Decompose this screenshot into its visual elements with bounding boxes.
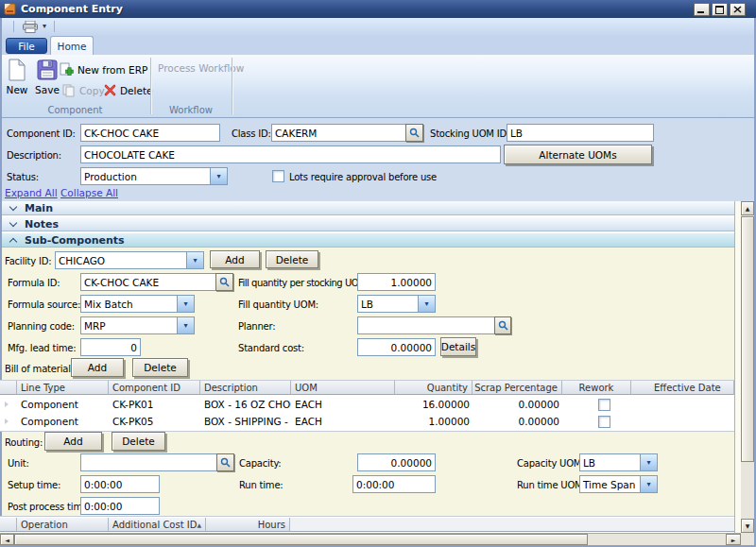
- planner-input[interactable]: [357, 316, 495, 334]
- bom-header-selector: [0, 381, 17, 395]
- tab-home[interactable]: Home: [50, 36, 94, 55]
- facility-delete-button[interactable]: Delete: [266, 250, 318, 268]
- mfg-lead-time-label: Mfg. lead time:: [8, 343, 76, 353]
- additional-cost-id-label: Additional Cost ID: [112, 520, 197, 530]
- chevron-down-icon[interactable]: ▾: [640, 454, 657, 470]
- bom-header-effective-date[interactable]: Effective Date: [631, 381, 734, 395]
- capacity-input[interactable]: [357, 453, 436, 471]
- routing-label: Routing:: [5, 437, 43, 448]
- operations-header-additional-cost-id[interactable]: Additional Cost ID ▲: [109, 518, 206, 532]
- chevron-down-icon[interactable]: ▾: [186, 252, 203, 268]
- minimize-button[interactable]: [694, 3, 710, 16]
- class-id-input[interactable]: [271, 124, 406, 142]
- print-button[interactable]: [19, 20, 42, 34]
- fill-qty-label: Fill quantity per stocking UOM:: [238, 278, 369, 288]
- routing-delete-button[interactable]: Delete: [112, 432, 165, 451]
- run-time-uom-select[interactable]: Time Span ▾: [579, 475, 658, 493]
- stocking-uom-input[interactable]: [507, 124, 654, 142]
- facility-id-select[interactable]: CHICAGO ▾: [55, 251, 204, 269]
- fill-qty-input[interactable]: [357, 273, 436, 291]
- rework-checkbox[interactable]: [598, 399, 610, 411]
- sort-asc-icon: ▲: [197, 521, 201, 528]
- status-select[interactable]: Production ▾: [80, 167, 228, 185]
- bom-header-uom[interactable]: UOM: [291, 381, 395, 395]
- magnifier-icon: [409, 128, 420, 138]
- details-button[interactable]: Details: [440, 337, 476, 356]
- magnifier-icon: [498, 320, 508, 331]
- section-main[interactable]: Main: [2, 201, 741, 215]
- bom-header-description[interactable]: Description: [200, 381, 291, 395]
- component-id-input[interactable]: [80, 124, 220, 142]
- chevron-down-icon[interactable]: ▾: [640, 476, 657, 492]
- class-id-label: Class ID:: [232, 128, 271, 139]
- bom-cell-line-type: Component: [21, 399, 106, 410]
- run-time-input[interactable]: [352, 475, 436, 493]
- tab-file-label: File: [18, 41, 35, 52]
- tab-file[interactable]: File: [6, 38, 47, 54]
- chevron-up-icon: [9, 237, 17, 245]
- save-button[interactable]: Save: [32, 59, 62, 95]
- table-row[interactable]: Component CK-PK01 BOX - 16 OZ CHOCOLA EA…: [0, 396, 734, 413]
- vertical-scroll-thumb[interactable]: [741, 216, 754, 462]
- expand-all-link[interactable]: Expand All: [5, 187, 58, 198]
- operations-header-hours[interactable]: Hours: [206, 518, 290, 532]
- formula-source-select[interactable]: Mix Batch ▾: [80, 295, 195, 313]
- planning-code-label: Planning code:: [8, 321, 75, 332]
- maximize-button[interactable]: [712, 3, 728, 16]
- unit-input[interactable]: [80, 453, 217, 471]
- bom-add-button[interactable]: Add: [71, 358, 124, 377]
- collapse-all-link[interactable]: Collapse All: [60, 187, 118, 198]
- setup-time-input[interactable]: [80, 475, 160, 493]
- chevron-down-icon[interactable]: ▾: [210, 168, 227, 184]
- bom-header-line-type[interactable]: Line Type: [17, 381, 109, 395]
- facility-add-button[interactable]: Add: [210, 250, 260, 268]
- alternate-uoms-button[interactable]: Alternate UOMs: [504, 145, 652, 164]
- horizontal-scroll-thumb[interactable]: [14, 534, 588, 545]
- chevron-down-icon[interactable]: ▾: [418, 296, 435, 312]
- scroll-down-button[interactable]: ▼: [741, 519, 754, 533]
- qat-dropdown-icon[interactable]: ▾: [43, 22, 46, 30]
- bom-cell-line-type: Component: [21, 416, 106, 427]
- section-notes[interactable]: Notes: [2, 217, 741, 231]
- facility-id-value: CHICAGO: [56, 255, 186, 266]
- description-input[interactable]: [80, 145, 501, 163]
- rework-checkbox[interactable]: [598, 416, 610, 428]
- bom-header-quantity[interactable]: Quantity: [395, 381, 472, 395]
- scroll-left-button[interactable]: ◄: [0, 534, 14, 545]
- chevron-down-icon[interactable]: ▾: [177, 317, 194, 333]
- delete-button[interactable]: Delete: [104, 84, 153, 96]
- mfg-lead-time-input[interactable]: [80, 338, 141, 356]
- bom-delete-button[interactable]: Delete: [132, 358, 188, 377]
- fill-uom-select[interactable]: LB ▾: [357, 295, 436, 313]
- class-id-lookup-button[interactable]: [405, 124, 423, 142]
- operations-header-operation[interactable]: Operation: [17, 518, 109, 532]
- planner-lookup-button[interactable]: [494, 316, 511, 334]
- new-from-erp-button[interactable]: New from ERP: [60, 62, 147, 77]
- close-button[interactable]: [730, 3, 746, 16]
- table-row[interactable]: Component CK-PK05 BOX - SHIPPING - CHC E…: [0, 413, 734, 430]
- capacity-uom-select[interactable]: LB ▾: [579, 453, 658, 471]
- new-button[interactable]: New: [2, 59, 32, 95]
- section-sub-components[interactable]: Sub-Components: [2, 233, 741, 248]
- formula-id-label: Formula ID:: [8, 278, 60, 288]
- run-time-uom-label: Run time UOM:: [517, 480, 586, 490]
- planning-code-select[interactable]: MRP ▾: [80, 316, 195, 334]
- bom-header-rework[interactable]: Rework: [562, 381, 631, 395]
- standard-cost-input[interactable]: [357, 338, 436, 356]
- unit-lookup-button[interactable]: [216, 453, 234, 471]
- scroll-up-button[interactable]: ▲: [741, 201, 754, 215]
- bom-header-component-id[interactable]: Component ID: [109, 381, 200, 395]
- scroll-right-button[interactable]: ►: [726, 534, 741, 545]
- quick-access-toolbar: [2, 18, 754, 36]
- copy-button[interactable]: Copy: [62, 84, 105, 97]
- routing-add-button[interactable]: Add: [44, 432, 102, 451]
- bom-header-scrap[interactable]: Scrap Percentage: [472, 381, 562, 395]
- chevron-down-icon[interactable]: ▾: [177, 296, 194, 312]
- title-bar[interactable]: Component Entry: [0, 0, 756, 18]
- lots-approval-checkbox[interactable]: [272, 170, 284, 182]
- formula-id-lookup-button[interactable]: [215, 273, 233, 291]
- bom-cell-scrap: 0.00000: [472, 399, 559, 410]
- post-process-time-input[interactable]: [80, 497, 160, 515]
- formula-id-input[interactable]: [80, 273, 216, 291]
- fill-uom-label: Fill quantity UOM:: [238, 299, 318, 310]
